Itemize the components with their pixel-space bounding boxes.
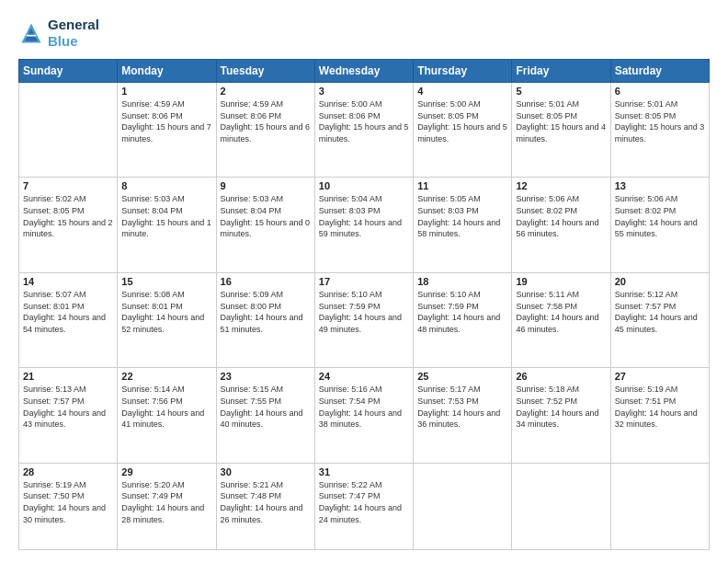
- page: General Blue SundayMondayTuesdayWednesda…: [0, 0, 728, 563]
- day-number: 15: [121, 276, 211, 287]
- day-number: 28: [23, 466, 113, 477]
- day-number: 27: [615, 371, 705, 382]
- cell-info: Sunrise: 5:18 AM Sunset: 7:52 PM Dayligh…: [516, 384, 606, 430]
- cell-info: Sunrise: 4:59 AM Sunset: 8:06 PM Dayligh…: [121, 98, 211, 144]
- cell-info: Sunrise: 5:02 AM Sunset: 8:05 PM Dayligh…: [23, 193, 113, 239]
- day-number: 11: [417, 180, 507, 191]
- calendar-cell: 11Sunrise: 5:05 AM Sunset: 8:03 PM Dayli…: [414, 178, 512, 272]
- calendar-cell: 3Sunrise: 5:00 AM Sunset: 8:06 PM Daylig…: [314, 83, 413, 178]
- calendar-cell: 12Sunrise: 5:06 AM Sunset: 8:02 PM Dayli…: [512, 178, 610, 272]
- day-number: 22: [121, 371, 211, 382]
- cell-info: Sunrise: 5:00 AM Sunset: 8:06 PM Dayligh…: [319, 98, 409, 144]
- cell-info: Sunrise: 5:03 AM Sunset: 8:04 PM Dayligh…: [221, 193, 311, 239]
- day-number: 21: [23, 371, 113, 382]
- logo-text: General Blue: [48, 17, 99, 50]
- week-row: 28Sunrise: 5:19 AM Sunset: 7:50 PM Dayli…: [19, 463, 710, 549]
- cell-info: Sunrise: 5:13 AM Sunset: 7:57 PM Dayligh…: [23, 384, 113, 430]
- calendar-cell: [414, 463, 512, 549]
- cell-info: Sunrise: 5:11 AM Sunset: 7:58 PM Dayligh…: [516, 289, 606, 335]
- weekday-header: Friday: [512, 60, 610, 83]
- calendar-cell: 30Sunrise: 5:21 AM Sunset: 7:48 PM Dayli…: [216, 463, 314, 549]
- cell-info: Sunrise: 5:01 AM Sunset: 8:05 PM Dayligh…: [615, 98, 705, 144]
- calendar-cell: 7Sunrise: 5:02 AM Sunset: 8:05 PM Daylig…: [19, 178, 118, 272]
- cell-info: Sunrise: 5:05 AM Sunset: 8:03 PM Dayligh…: [417, 193, 507, 239]
- calendar-cell: 4Sunrise: 5:00 AM Sunset: 8:05 PM Daylig…: [414, 83, 512, 178]
- calendar-cell: 29Sunrise: 5:20 AM Sunset: 7:49 PM Dayli…: [118, 463, 216, 549]
- day-number: 1: [121, 86, 211, 97]
- calendar-cell: 13Sunrise: 5:06 AM Sunset: 8:02 PM Dayli…: [610, 178, 709, 272]
- calendar-cell: 16Sunrise: 5:09 AM Sunset: 8:00 PM Dayli…: [216, 272, 314, 367]
- cell-info: Sunrise: 5:04 AM Sunset: 8:03 PM Dayligh…: [319, 193, 409, 239]
- day-number: 16: [221, 276, 311, 287]
- day-number: 20: [615, 276, 705, 287]
- day-number: 18: [417, 276, 507, 287]
- calendar-header: SundayMondayTuesdayWednesdayThursdayFrid…: [19, 60, 710, 83]
- calendar-cell: 9Sunrise: 5:03 AM Sunset: 8:04 PM Daylig…: [216, 178, 314, 272]
- calendar-cell: 23Sunrise: 5:15 AM Sunset: 7:55 PM Dayli…: [216, 368, 314, 463]
- calendar-cell: 21Sunrise: 5:13 AM Sunset: 7:57 PM Dayli…: [19, 368, 118, 463]
- day-number: 19: [516, 276, 606, 287]
- calendar-cell: 25Sunrise: 5:17 AM Sunset: 7:53 PM Dayli…: [414, 368, 512, 463]
- day-number: 23: [221, 371, 311, 382]
- day-number: 17: [319, 276, 409, 287]
- calendar-cell: 27Sunrise: 5:19 AM Sunset: 7:51 PM Dayli…: [610, 368, 709, 463]
- weekday-header: Monday: [118, 60, 216, 83]
- cell-info: Sunrise: 4:59 AM Sunset: 8:06 PM Dayligh…: [221, 98, 311, 144]
- day-number: 10: [319, 180, 409, 191]
- day-number: 3: [319, 86, 409, 97]
- cell-info: Sunrise: 5:19 AM Sunset: 7:50 PM Dayligh…: [23, 479, 113, 525]
- calendar-cell: [512, 463, 610, 549]
- calendar-cell: [19, 83, 118, 178]
- logo-line1: General: [48, 17, 99, 33]
- cell-info: Sunrise: 5:20 AM Sunset: 7:49 PM Dayligh…: [121, 479, 211, 525]
- calendar-cell: 31Sunrise: 5:22 AM Sunset: 7:47 PM Dayli…: [314, 463, 413, 549]
- header: General Blue: [18, 17, 710, 50]
- calendar-cell: 15Sunrise: 5:08 AM Sunset: 8:01 PM Dayli…: [118, 272, 216, 367]
- day-number: 2: [221, 86, 311, 97]
- calendar-cell: 26Sunrise: 5:18 AM Sunset: 7:52 PM Dayli…: [512, 368, 610, 463]
- calendar-cell: [610, 463, 709, 549]
- calendar-cell: 22Sunrise: 5:14 AM Sunset: 7:56 PM Dayli…: [118, 368, 216, 463]
- calendar-cell: 8Sunrise: 5:03 AM Sunset: 8:04 PM Daylig…: [118, 178, 216, 272]
- day-number: 8: [121, 180, 211, 191]
- cell-info: Sunrise: 5:14 AM Sunset: 7:56 PM Dayligh…: [121, 384, 211, 430]
- cell-info: Sunrise: 5:10 AM Sunset: 7:59 PM Dayligh…: [417, 289, 507, 335]
- week-row: 21Sunrise: 5:13 AM Sunset: 7:57 PM Dayli…: [19, 368, 710, 463]
- day-number: 29: [121, 466, 211, 477]
- day-number: 31: [319, 466, 409, 477]
- cell-info: Sunrise: 5:12 AM Sunset: 7:57 PM Dayligh…: [615, 289, 705, 335]
- week-row: 7Sunrise: 5:02 AM Sunset: 8:05 PM Daylig…: [19, 178, 710, 272]
- logo-icon: [18, 20, 44, 46]
- svg-rect-2: [27, 35, 37, 37]
- day-number: 26: [516, 371, 606, 382]
- day-number: 13: [615, 180, 705, 191]
- calendar-body: 1Sunrise: 4:59 AM Sunset: 8:06 PM Daylig…: [19, 83, 710, 550]
- cell-info: Sunrise: 5:10 AM Sunset: 7:59 PM Dayligh…: [319, 289, 409, 335]
- week-row: 1Sunrise: 4:59 AM Sunset: 8:06 PM Daylig…: [19, 83, 710, 178]
- day-number: 25: [417, 371, 507, 382]
- logo-line2: Blue: [48, 33, 78, 49]
- cell-info: Sunrise: 5:08 AM Sunset: 8:01 PM Dayligh…: [121, 289, 211, 335]
- calendar-cell: 28Sunrise: 5:19 AM Sunset: 7:50 PM Dayli…: [19, 463, 118, 549]
- calendar-cell: 10Sunrise: 5:04 AM Sunset: 8:03 PM Dayli…: [314, 178, 413, 272]
- cell-info: Sunrise: 5:09 AM Sunset: 8:00 PM Dayligh…: [221, 289, 311, 335]
- day-number: 24: [319, 371, 409, 382]
- cell-info: Sunrise: 5:22 AM Sunset: 7:47 PM Dayligh…: [319, 479, 409, 525]
- cell-info: Sunrise: 5:16 AM Sunset: 7:54 PM Dayligh…: [319, 384, 409, 430]
- day-number: 6: [615, 86, 705, 97]
- calendar-cell: 6Sunrise: 5:01 AM Sunset: 8:05 PM Daylig…: [610, 83, 709, 178]
- day-number: 9: [221, 180, 311, 191]
- cell-info: Sunrise: 5:06 AM Sunset: 8:02 PM Dayligh…: [615, 193, 705, 239]
- calendar-cell: 17Sunrise: 5:10 AM Sunset: 7:59 PM Dayli…: [314, 272, 413, 367]
- calendar-cell: 1Sunrise: 4:59 AM Sunset: 8:06 PM Daylig…: [118, 83, 216, 178]
- day-number: 12: [516, 180, 606, 191]
- weekday-row: SundayMondayTuesdayWednesdayThursdayFrid…: [19, 60, 710, 83]
- weekday-header: Saturday: [610, 60, 709, 83]
- cell-info: Sunrise: 5:17 AM Sunset: 7:53 PM Dayligh…: [417, 384, 507, 430]
- weekday-header: Tuesday: [216, 60, 314, 83]
- calendar-cell: 18Sunrise: 5:10 AM Sunset: 7:59 PM Dayli…: [414, 272, 512, 367]
- day-number: 14: [23, 276, 113, 287]
- weekday-header: Thursday: [414, 60, 512, 83]
- week-row: 14Sunrise: 5:07 AM Sunset: 8:01 PM Dayli…: [19, 272, 710, 367]
- cell-info: Sunrise: 5:19 AM Sunset: 7:51 PM Dayligh…: [615, 384, 705, 430]
